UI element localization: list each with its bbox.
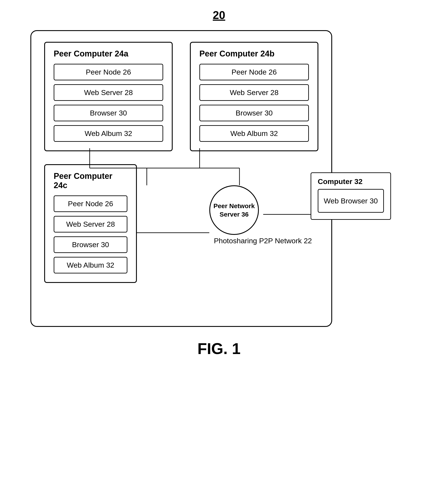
peer-24c-label: Peer Computer 24c <box>54 172 127 190</box>
peer-24b-label: Peer Computer 24b <box>199 49 309 58</box>
fig-label: FIG. 1 <box>197 340 241 357</box>
peer-24a-browser: Browser 30 <box>54 105 163 121</box>
p2p-network-box: Peer Computer 24a Peer Node 26 Web Serve… <box>30 30 332 327</box>
peer-computer-24c: Peer Computer 24c Peer Node 26 Web Serve… <box>44 164 137 283</box>
peer-network-server: Peer Network Server 36 <box>209 185 259 235</box>
top-row: Peer Computer 24a Peer Node 26 Web Serve… <box>44 42 318 151</box>
computer-32-outer: Computer 32 Web Browser 30 <box>311 172 391 220</box>
web-browser-30-label: Web Browser 30 <box>324 197 378 205</box>
peer-24a-web-album: Web Album 32 <box>54 125 163 142</box>
peer-network-server-label: Peer Network Server 36 <box>210 202 258 218</box>
peer-24a-peer-node: Peer Node 26 <box>54 64 163 80</box>
peer-24a-web-server: Web Server 28 <box>54 84 163 101</box>
photosharing-label: Photosharing P2P Network 22 <box>214 236 312 246</box>
bottom-row: Peer Computer 24c Peer Node 26 Web Serve… <box>44 164 318 283</box>
full-diagram: Peer Computer 24a Peer Node 26 Web Serve… <box>30 30 408 327</box>
peer-24b-web-album: Web Album 32 <box>199 125 309 142</box>
peer-24b-web-server: Web Server 28 <box>199 84 309 101</box>
peer-computer-24b: Peer Computer 24b Peer Node 26 Web Serve… <box>190 42 318 151</box>
peer-24b-peer-node: Peer Node 26 <box>199 64 309 80</box>
peer-computer-24a: Peer Computer 24a Peer Node 26 Web Serve… <box>44 42 173 151</box>
peer-24b-browser: Browser 30 <box>199 105 309 121</box>
peer-24c-peer-node: Peer Node 26 <box>54 195 127 212</box>
peer-24c-browser: Browser 30 <box>54 236 127 253</box>
web-browser-30-box: Web Browser 30 <box>318 189 384 213</box>
diagram-number: 20 <box>213 9 225 21</box>
computer-32-label: Computer 32 <box>318 177 384 186</box>
peer-24c-web-album: Web Album 32 <box>54 257 127 273</box>
peer-24a-label: Peer Computer 24a <box>54 49 163 58</box>
peer-24c-web-server: Web Server 28 <box>54 216 127 233</box>
